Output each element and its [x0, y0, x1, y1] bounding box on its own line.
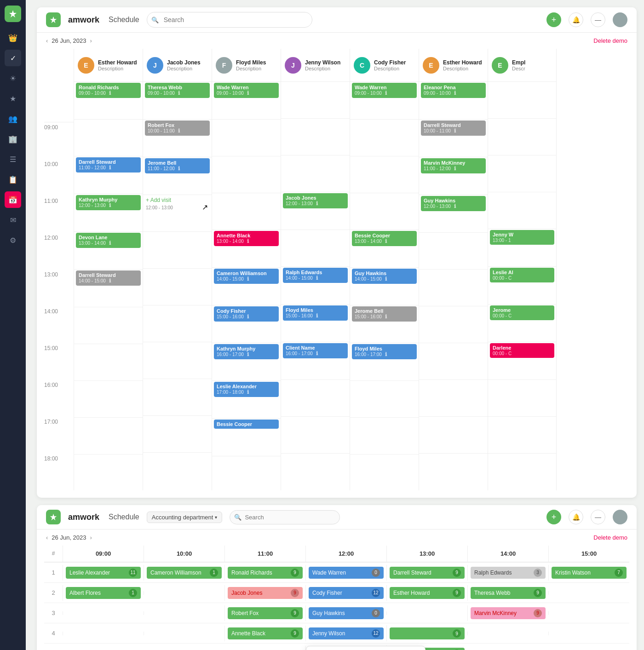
col-header-11: 11:00 — [224, 546, 305, 562]
time-row-esther-11: Darrell Steward11:00 - 12:00 ℹ — [74, 157, 143, 194]
dept-selector[interactable]: Accounting department ▾ — [147, 512, 223, 523]
sh-event-darrell[interactable]: Darrell Steward 9 — [390, 567, 465, 579]
sh-event-cameron[interactable]: Cameron Williamson 1 — [147, 567, 222, 579]
prev-date-panel1[interactable]: ‹ — [46, 37, 48, 44]
add-button-panel1[interactable]: + — [546, 12, 561, 27]
search-container-panel2: 🔍 — [230, 510, 340, 524]
event-cody-fisher[interactable]: Cody Fisher15:00 - 16:00 ℹ — [214, 306, 279, 322]
sh-event-ralph[interactable]: Ralph Edwards 3 — [471, 567, 546, 579]
event-client-name[interactable]: Client Name16:00 - 17:00 ℹ — [283, 343, 348, 358]
sidebar-item-sun[interactable]: ☀ — [5, 70, 21, 86]
menu-button-panel2[interactable]: — — [591, 510, 605, 524]
event-kathryn-murphy-2[interactable]: Kathryn Murphy16:00 - 17:00 ℹ — [214, 344, 279, 359]
person-desc-esther2: Description — [443, 66, 482, 71]
search-input-panel2[interactable] — [230, 510, 340, 524]
sidebar-item-check[interactable]: ✓ — [5, 50, 21, 66]
time-row-jacob-13 — [143, 232, 212, 269]
event-jenny-w[interactable]: Jenny W13:00 - 1 — [490, 230, 554, 245]
sidebar-item-building[interactable]: 🏢 — [5, 131, 21, 147]
event-robert-fox[interactable]: Robert Fox10:00 - 11:00 ℹ — [145, 121, 210, 136]
time-row-floyd-15: Cody Fisher15:00 - 16:00 ℹ — [212, 306, 281, 343]
sh-event-marvin[interactable]: Marvin McKinney 9 — [471, 607, 546, 619]
event-bessie-cooper[interactable]: Bessie Cooper — [214, 420, 279, 429]
event-wade-warren[interactable]: Wade Warren09:00 - 10:00 ℹ — [214, 83, 279, 98]
event-jerome-empl[interactable]: Jerome00:00 - C — [490, 305, 554, 320]
event-jerome-bell[interactable]: Jerome Bell11:00 - 12:00 ℹ — [145, 158, 210, 173]
avatar-panel1[interactable] — [613, 12, 627, 27]
event-floyd-miles-cody[interactable]: Floyd Miles16:00 - 17:00 ℹ — [352, 344, 417, 359]
sh-event-albert[interactable]: Albert Flores 1 — [66, 587, 141, 599]
add-button-panel2[interactable]: + — [546, 510, 561, 524]
sh-event-cody[interactable]: Cody Fisher 12 — [309, 587, 384, 599]
sh-event-jenny-wilson[interactable]: Jenny Wilson 12 — [309, 627, 384, 639]
sh-event-row4-13[interactable]: 9 — [390, 627, 465, 639]
delete-demo-panel1[interactable]: Delete demo — [593, 37, 627, 44]
sh-event-leslie-alexander[interactable]: Leslie Alexander 11 — [66, 567, 141, 579]
time-row-floyd-12 — [212, 193, 281, 230]
sh-event-name: Guy Hawkins — [312, 610, 345, 616]
event-theresa-webb[interactable]: Theresa Webb09:00 - 10:00 ℹ — [145, 83, 210, 98]
sh-event-ronald[interactable]: Ronald Richards 9 — [228, 567, 303, 579]
event-ronald-richards[interactable]: Ronald Richards09:00 - 10:00 ℹ — [76, 83, 141, 98]
event-cameron-williamson[interactable]: Cameron Williamson14:00 - 15:00 ℹ — [214, 269, 279, 284]
sh-event-jacob[interactable]: Jacob Jones 9 — [228, 587, 303, 599]
event-darrell-steward-2[interactable]: Darrell Steward14:00 - 15:00 ℹ — [76, 270, 141, 286]
time-row-cody-14: Guy Hawkins14:00 - 15:00 ℹ — [350, 269, 419, 305]
sidebar-item-star[interactable]: ★ — [5, 90, 21, 107]
cell-2-09: Albert Flores 1 — [63, 585, 144, 601]
time-row-esther-10 — [74, 120, 143, 156]
delete-demo-panel2[interactable]: Delete demo — [593, 534, 627, 541]
sidebar-item-clipboard[interactable]: 📋 — [5, 171, 21, 188]
sh-badge: 9 — [453, 589, 461, 597]
sh-event-kristin[interactable]: Kristin Watson 7 — [552, 567, 627, 579]
sh-event-robert[interactable]: Robert Fox 9 — [228, 607, 303, 619]
event-jerome-bell-cody[interactable]: Jerome Bell15:00 - 16:00 ℹ — [352, 306, 417, 322]
sh-badge: 9 — [291, 589, 299, 597]
sh-event-theresa[interactable]: Theresa Webb 9 — [471, 587, 546, 599]
sh-event-esther[interactable]: Esther Howard 9 — [390, 587, 465, 599]
next-date-panel2[interactable]: › — [90, 534, 92, 541]
next-date-panel1[interactable]: › — [90, 37, 92, 44]
event-darrell-steward-esther2[interactable]: Darrell Steward10:00 - 11:00 ℹ — [421, 121, 486, 136]
notification-button-panel2[interactable]: 🔔 — [569, 510, 583, 524]
sidebar-item-calendar[interactable]: 📅 — [5, 191, 21, 208]
sh-badge: 1 — [129, 589, 137, 597]
sh-event-annette[interactable]: Annette Black 9 — [228, 627, 303, 639]
sidebar-item-settings[interactable]: ⚙ — [5, 232, 21, 248]
search-input-panel1[interactable] — [147, 12, 312, 28]
schedule-horizontal: # 09:00 10:00 11:00 12:00 13:00 14:00 15… — [37, 546, 637, 650]
sidebar-item-mail[interactable]: ✉ — [5, 212, 21, 228]
sidebar-item-crown[interactable]: 👑 — [5, 29, 21, 46]
prev-date-panel2[interactable]: ‹ — [46, 534, 48, 541]
time-row-jenny-18 — [281, 417, 350, 454]
event-leslie-alexander[interactable]: Leslie Alexander17:00 - 18:00 ℹ — [214, 382, 279, 397]
person-name-jacob: Jacob Jones — [167, 59, 201, 66]
sh-event-guy[interactable]: Guy Hawkins 0 — [309, 607, 384, 619]
event-marvin-mckinney[interactable]: Marvin McKinney11:00 - 12:00 ℹ — [421, 158, 486, 173]
event-floyd-miles-jenny[interactable]: Floyd Miles15:00 - 16:00 ℹ — [283, 305, 348, 321]
event-darrell-steward-1[interactable]: Darrell Steward11:00 - 12:00 ℹ — [76, 157, 141, 173]
sh-event-name: Ralph Edwards — [474, 569, 512, 576]
sh-event-name: Ronald Richards — [231, 569, 272, 576]
event-guy-hawkins[interactable]: Guy Hawkins14:00 - 15:00 ℹ — [352, 269, 417, 284]
event-leslie-al[interactable]: Leslie Al00:00 - C — [490, 268, 554, 282]
sidebar-logo[interactable] — [5, 6, 21, 22]
event-annette-black[interactable]: Annette Black13:00 - 14:00 ℹ — [214, 231, 279, 246]
sh-event-wade[interactable]: Wade Warren 0 — [309, 567, 384, 579]
event-bessie-cooper-cody[interactable]: Bessie Cooper13:00 - 14:00 ℹ — [352, 231, 417, 246]
notification-button-panel1[interactable]: 🔔 — [569, 12, 583, 27]
sidebar-item-users[interactable]: 👥 — [5, 110, 21, 127]
avatar-panel2[interactable] — [613, 510, 627, 524]
sidebar-item-list[interactable]: ☰ — [5, 151, 21, 167]
event-jacob-jones-jenny[interactable]: Jacob Jones12:00 - 13:00 ℹ — [283, 193, 348, 208]
cell-2-10 — [144, 591, 224, 595]
event-eleanor-pena[interactable]: Eleanor Pena09:00 - 10:00 ℹ — [421, 83, 486, 98]
col-header-09: 09:00 — [63, 546, 144, 562]
event-darlene[interactable]: Darlene00:00 - C — [490, 343, 554, 358]
event-devon-lane[interactable]: Devon Lane13:00 - 14:00 ℹ — [76, 233, 141, 248]
event-ralph-edwards[interactable]: Ralph Edwards14:00 - 15:00 ℹ — [283, 268, 348, 283]
event-kathryn-murphy[interactable]: Kathryn Murphy12:00 - 13:00 ℹ — [76, 195, 141, 210]
menu-button-panel1[interactable]: — — [591, 12, 605, 27]
event-guy-hawkins-esther2[interactable]: Guy Hawkins12:00 - 13:00 ℹ — [421, 196, 486, 211]
event-wade-warren-cody[interactable]: Wade Warren09:00 - 10:00 ℹ — [352, 83, 417, 98]
